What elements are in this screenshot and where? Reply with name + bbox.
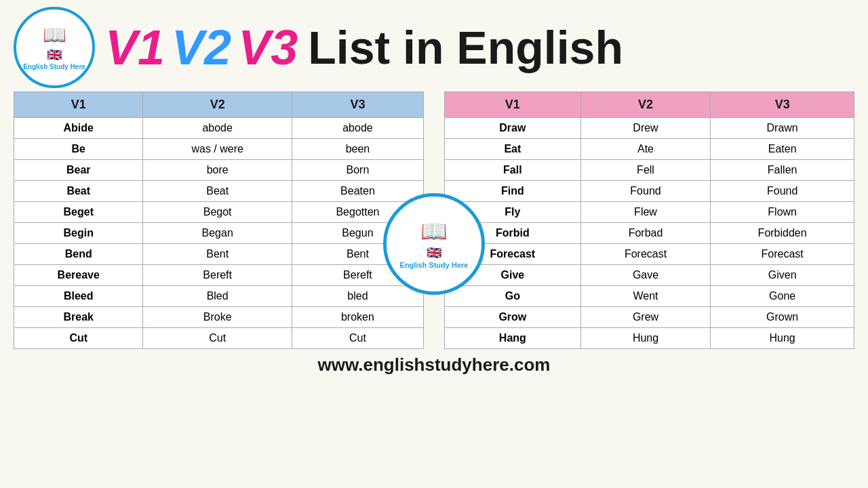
- v3-cell: Beaten: [292, 181, 423, 202]
- table-row: GrowGrewGrown: [445, 307, 854, 328]
- left-header-v2: V2: [143, 92, 292, 118]
- title-rest: List in English: [308, 21, 623, 74]
- v1-cell: Bend: [14, 244, 143, 265]
- table-row: GiveGaveGiven: [445, 265, 854, 286]
- footer: www.englishstudyhere.com: [0, 349, 868, 379]
- title-block: V1 V2 V3 List in English: [105, 20, 623, 75]
- table-row: Bewas / werebeen: [14, 139, 424, 160]
- table-row: EatAteEaten: [445, 139, 854, 160]
- v3-cell: Flown: [711, 202, 854, 223]
- right-header-v3: V3: [711, 92, 854, 118]
- v2-cell: Broke: [143, 307, 292, 328]
- left-header-v3: V3: [292, 92, 423, 118]
- table-row: ForecastForecastForecast: [445, 244, 854, 265]
- v3-cell: Fallen: [711, 160, 854, 181]
- v2-cell: Bled: [143, 286, 292, 307]
- v1-cell: Begin: [14, 223, 143, 244]
- table-row: BendBentBent: [14, 244, 424, 265]
- watermark-flag-icon: 🇬🇧: [427, 245, 441, 260]
- v1-cell: Bleed: [14, 286, 143, 307]
- v1-cell: Go: [445, 286, 581, 307]
- v3-cell: Forecast: [711, 244, 854, 265]
- table-row: FindFoundFound: [445, 181, 854, 202]
- v1-cell: Eat: [445, 139, 581, 160]
- logo-text: English Study Here: [20, 62, 89, 71]
- v3-cell: abode: [292, 118, 423, 139]
- v2-cell: Hung: [580, 328, 711, 349]
- v3-cell: Eaten: [711, 139, 854, 160]
- table-row: BeatBeatBeaten: [14, 181, 424, 202]
- v3-cell: been: [292, 139, 423, 160]
- v2-cell: Drew: [580, 118, 711, 139]
- v3-cell: Gone: [711, 286, 854, 307]
- v2-cell: Gave: [580, 265, 711, 286]
- v3-cell: Forbidden: [711, 223, 854, 244]
- header: 📖 🇬🇧 English Study Here V1 V2 V3 List in…: [0, 0, 868, 92]
- v3-cell: Hung: [711, 328, 854, 349]
- v2-cell: Found: [580, 181, 711, 202]
- v1-cell: Bereave: [14, 265, 143, 286]
- v2-cell: Forbad: [580, 223, 711, 244]
- table-row: BearboreBorn: [14, 160, 424, 181]
- v1-cell: Be: [14, 139, 143, 160]
- title-v2: V2: [172, 20, 231, 75]
- v2-cell: bore: [143, 160, 292, 181]
- v1-cell: Grow: [445, 307, 581, 328]
- v2-cell: Flew: [580, 202, 711, 223]
- left-header-v1: V1: [14, 92, 143, 118]
- v3-cell: Drawn: [711, 118, 854, 139]
- v2-cell: Began: [143, 223, 292, 244]
- v3-cell: Found: [711, 181, 854, 202]
- v2-cell: abode: [143, 118, 292, 139]
- left-table: V1 V2 V3 AbideabodeabodeBewas / werebeen…: [14, 92, 424, 349]
- title-v3: V3: [238, 20, 298, 75]
- table-row: CutCutCut: [14, 328, 424, 349]
- watermark-book-icon: 📖: [420, 218, 448, 244]
- v3-cell: Given: [711, 265, 854, 286]
- table-row: FallFellFallen: [445, 160, 854, 181]
- v1-cell: Fall: [445, 160, 581, 181]
- v1-cell: Hang: [445, 328, 581, 349]
- v2-cell: Grew: [580, 307, 711, 328]
- v3-cell: bled: [292, 286, 423, 307]
- watermark-center: 📖 🇬🇧 English Study Here: [383, 193, 485, 295]
- table-row: BleedBledbled: [14, 286, 424, 307]
- logo-circle: 📖 🇬🇧 English Study Here: [14, 7, 95, 88]
- v2-cell: Went: [580, 286, 711, 307]
- table-row: BegetBegotBegotten: [14, 202, 424, 223]
- right-header-v1: V1: [445, 92, 581, 118]
- v1-cell: Beat: [14, 181, 143, 202]
- v3-cell: Cut: [292, 328, 423, 349]
- footer-url: www.englishstudyhere.com: [318, 354, 551, 375]
- v1-cell: Beget: [14, 202, 143, 223]
- v2-cell: Forecast: [580, 244, 711, 265]
- v1-cell: Bear: [14, 160, 143, 181]
- logo-book-icon: 📖: [43, 24, 66, 46]
- table-row: DrawDrewDrawn: [445, 118, 854, 139]
- v1-cell: Draw: [445, 118, 581, 139]
- v2-cell: Bereft: [143, 265, 292, 286]
- v3-cell: Born: [292, 160, 423, 181]
- right-header-v2: V2: [580, 92, 711, 118]
- table-row: Abideabodeabode: [14, 118, 424, 139]
- v2-cell: Bent: [143, 244, 292, 265]
- v1-cell: Find: [445, 181, 581, 202]
- v2-cell: Fell: [580, 160, 711, 181]
- table-row: BreakBrokebroken: [14, 307, 424, 328]
- table-row: ForbidForbadForbidden: [445, 223, 854, 244]
- v2-cell: Beat: [143, 181, 292, 202]
- v2-cell: was / were: [143, 139, 292, 160]
- v3-cell: broken: [292, 307, 423, 328]
- v1-cell: Break: [14, 307, 143, 328]
- v1-cell: Abide: [14, 118, 143, 139]
- v3-cell: Grown: [711, 307, 854, 328]
- watermark-text: English Study Here: [397, 260, 472, 270]
- right-table: V1 V2 V3 DrawDrewDrawnEatAteEatenFallFel…: [444, 92, 854, 349]
- table-row: BereaveBereftBereft: [14, 265, 424, 286]
- table-row: GoWentGone: [445, 286, 854, 307]
- table-row: BeginBeganBegun: [14, 223, 424, 244]
- logo-flag-icon: 🇬🇧: [47, 47, 62, 62]
- table-row: HangHungHung: [445, 328, 854, 349]
- v2-cell: Cut: [143, 328, 292, 349]
- v1-cell: Cut: [14, 328, 143, 349]
